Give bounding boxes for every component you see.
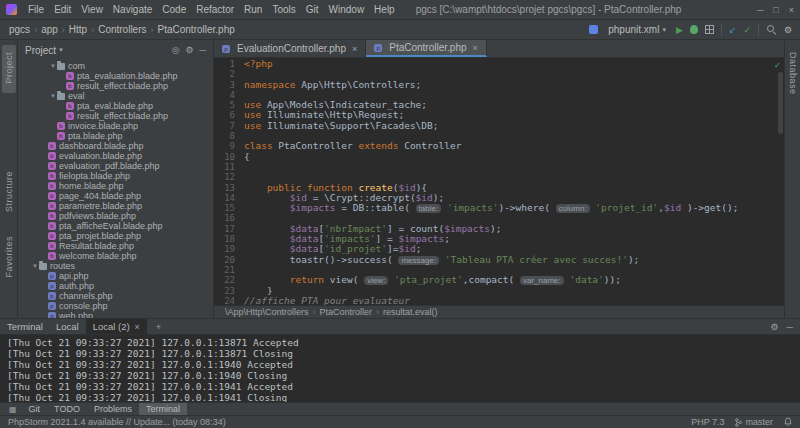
- code-line[interactable]: 3namespace App\Http\Controllers;: [214, 80, 784, 90]
- sidebar-item-favorites[interactable]: Favorites: [2, 229, 16, 287]
- menu-item[interactable]: Refactor: [191, 2, 239, 17]
- breadcrumb-item[interactable]: pgcs: [8, 24, 31, 35]
- project-view-selector[interactable]: Project: [25, 45, 56, 56]
- new-terminal-button[interactable]: +: [153, 321, 165, 332]
- run-configuration-select[interactable]: phpunit.xml ▾: [605, 23, 669, 36]
- tree-item[interactable]: invoice.blade.php: [18, 121, 213, 131]
- inspection-ok-icon[interactable]: ✓: [775, 60, 780, 70]
- toolwindow-button[interactable]: Terminal: [139, 403, 187, 415]
- tree-item[interactable]: pdfviews.blade.php: [18, 211, 213, 221]
- code-line[interactable]: 7use Illuminate\Support\Facades\DB;: [214, 121, 784, 131]
- tree-item[interactable]: welcome.blade.php: [18, 251, 213, 261]
- status-message[interactable]: PhpStorm 2021.1.4 available // Update...…: [8, 417, 226, 427]
- toolwindow-switcher-icon[interactable]: ▦: [4, 405, 22, 414]
- close-icon[interactable]: ×: [135, 322, 140, 332]
- minimize-button[interactable]: ─: [757, 5, 763, 15]
- close-button[interactable]: ×: [789, 5, 794, 15]
- menu-item[interactable]: Window: [324, 2, 370, 17]
- editor-breadcrumb-item[interactable]: resultat.eval(): [382, 307, 439, 317]
- menu-item[interactable]: Tools: [267, 2, 300, 17]
- tree-item[interactable]: evaluation.blade.php: [18, 151, 213, 161]
- tree-item[interactable]: channels.php: [18, 291, 213, 301]
- menu-item[interactable]: Help: [369, 2, 400, 17]
- sidebar-item-project[interactable]: Project: [2, 45, 16, 93]
- menu-item[interactable]: Navigate: [108, 2, 157, 17]
- coverage-icon[interactable]: [705, 25, 714, 34]
- tree-item[interactable]: dashboard.blade.php: [18, 141, 213, 151]
- code-line[interactable]: 22 return view( view: 'pta_projet',compa…: [214, 275, 784, 285]
- menu-item[interactable]: Edit: [49, 2, 76, 17]
- git-branch-indicator[interactable]: master: [735, 417, 773, 427]
- sidebar-item-database[interactable]: Database: [786, 45, 800, 104]
- editor-tab[interactable]: PtaController.php×: [366, 40, 487, 57]
- editor-scrollbar[interactable]: [778, 72, 783, 134]
- search-icon[interactable]: [766, 24, 777, 35]
- terminal-tab[interactable]: Local: [49, 319, 86, 334]
- menu-item[interactable]: Code: [157, 2, 191, 17]
- code-editor[interactable]: 1<?php23namespace App\Http\Controllers;4…: [214, 58, 784, 305]
- tree-item[interactable]: console.php: [18, 301, 213, 311]
- tree-item[interactable]: result_effect.blade.php: [18, 81, 213, 91]
- code-line[interactable]: 10{: [214, 152, 784, 162]
- chevron-down-icon[interactable]: ▾: [49, 61, 57, 71]
- tree-item[interactable]: ▾routes: [18, 261, 213, 271]
- tree-item[interactable]: pta_afficheEval.blade.php: [18, 221, 213, 231]
- settings-gear-icon[interactable]: ⚙: [771, 322, 779, 332]
- code-line[interactable]: 20 toastr()->success( message: 'Tableau …: [214, 255, 784, 265]
- close-icon[interactable]: ×: [352, 44, 357, 54]
- tree-item[interactable]: fielopta.blade.php: [18, 171, 213, 181]
- tree-item[interactable]: page_404.blade.php: [18, 191, 213, 201]
- code-line[interactable]: 1<?php: [214, 59, 784, 69]
- minimize-panel-icon[interactable]: ─: [787, 322, 793, 332]
- git-commit-check-icon[interactable]: ✓: [743, 25, 751, 35]
- breadcrumb-item[interactable]: app: [40, 24, 59, 35]
- breadcrumb-item[interactable]: Controllers: [97, 24, 147, 35]
- tree-item[interactable]: Resultat.blade.php: [18, 241, 213, 251]
- code-line[interactable]: 9class PtaController extends Controller: [214, 141, 784, 151]
- breadcrumb-item[interactable]: Http: [68, 24, 88, 35]
- menu-item[interactable]: File: [23, 2, 49, 17]
- code-line[interactable]: 11: [214, 162, 784, 172]
- terminal-tab[interactable]: Local (2)×: [86, 319, 147, 334]
- php-version-indicator[interactable]: PHP 7.3: [691, 417, 724, 427]
- sidebar-item-structure[interactable]: Structure: [2, 164, 16, 221]
- breadcrumb-item[interactable]: PtaController.php: [157, 24, 236, 35]
- menu-item[interactable]: View: [76, 2, 108, 17]
- terminal-output[interactable]: [Thu Oct 21 09:33:27 2021] 127.0.0.1:138…: [0, 335, 800, 402]
- tree-item[interactable]: pta.blade.php: [18, 131, 213, 141]
- notifications-bell-icon[interactable]: [784, 417, 792, 428]
- chevron-down-icon[interactable]: ▾: [49, 91, 57, 101]
- tree-item[interactable]: parametre.blade.php: [18, 201, 213, 211]
- tree-item[interactable]: pta_eval.blade.php: [18, 101, 213, 111]
- editor-tab[interactable]: EvaluationController.php×: [214, 40, 366, 57]
- tree-item[interactable]: ▾com: [18, 61, 213, 71]
- settings-gear-icon[interactable]: ⚙: [186, 45, 194, 55]
- maximize-button[interactable]: □: [773, 5, 778, 15]
- toolwindow-button[interactable]: TODO: [47, 403, 87, 415]
- tree-item[interactable]: ▾eval: [18, 91, 213, 101]
- tree-item[interactable]: pta_projet.blade.php: [18, 231, 213, 241]
- run-button[interactable]: ▶: [676, 25, 683, 35]
- close-icon[interactable]: ×: [473, 43, 478, 53]
- toolwindow-button[interactable]: Problems: [87, 403, 139, 415]
- tree-item[interactable]: home.blade.php: [18, 181, 213, 191]
- git-update-icon[interactable]: ↙: [729, 25, 737, 35]
- tree-item[interactable]: pta_evaluation.blade.php: [18, 71, 213, 81]
- locate-file-icon[interactable]: ◎: [172, 45, 180, 55]
- tree-item[interactable]: api.php: [18, 271, 213, 281]
- tree-item[interactable]: result_effect.blade.php: [18, 111, 213, 121]
- editor-breadcrumb-item[interactable]: PtaController: [319, 307, 374, 317]
- debug-bug-icon[interactable]: [690, 25, 698, 34]
- tree-item[interactable]: evaluation_pdf.blade.php: [18, 161, 213, 171]
- menu-item[interactable]: Git: [301, 2, 324, 17]
- chevron-down-icon[interactable]: ▾: [31, 261, 39, 271]
- code-line[interactable]: 15 $impacts = DB::table( table: 'impacts…: [214, 203, 784, 213]
- tree-item[interactable]: web.php: [18, 311, 213, 318]
- hide-panel-icon[interactable]: ─: [200, 45, 206, 55]
- settings-gear-icon[interactable]: ⚙: [784, 25, 792, 35]
- code-line[interactable]: 24//affiche PTA pour evaluateur: [214, 296, 784, 305]
- tree-item[interactable]: auth.php: [18, 281, 213, 291]
- editor-breadcrumb-item[interactable]: \App\Http\Controllers: [224, 307, 310, 317]
- toolwindow-button[interactable]: Git: [22, 403, 48, 415]
- menu-item[interactable]: Run: [239, 2, 267, 17]
